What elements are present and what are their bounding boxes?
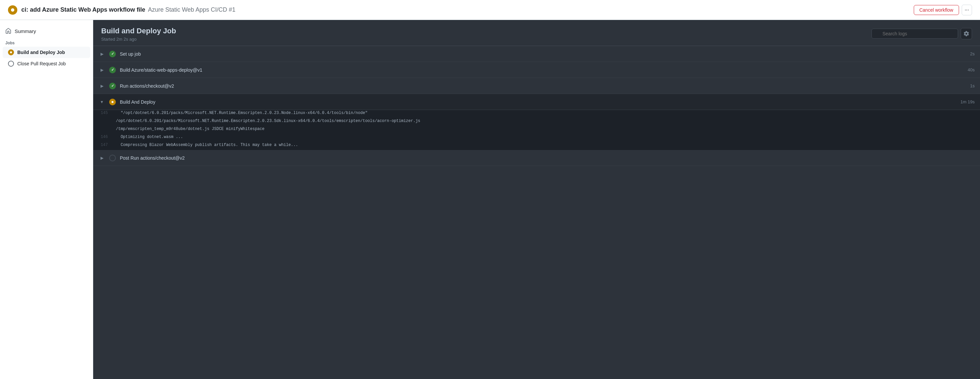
log-line: 145 "/opt/dotnet/6.0.201/packs/Microsoft… bbox=[93, 110, 980, 118]
main-layout: Summary Jobs Build and Deploy JobClose P… bbox=[0, 20, 980, 379]
log-line: /tmp/emscripten_temp_m9r48ube/dotnet.js … bbox=[93, 126, 980, 134]
job-header-actions: 🔍 bbox=[872, 28, 972, 39]
cancel-workflow-button[interactable]: Cancel workflow bbox=[914, 5, 959, 15]
job-panel-title: Build and Deploy Job bbox=[101, 27, 176, 35]
home-icon bbox=[5, 28, 11, 34]
step-running-icon bbox=[109, 99, 116, 106]
job-title-section: Build and Deploy Job Started 2m 2s ago bbox=[101, 27, 176, 42]
main-content-panel: Build and Deploy Job Started 2m 2s ago 🔍… bbox=[93, 20, 980, 379]
step-success-icon bbox=[109, 83, 116, 90]
sidebar: Summary Jobs Build and Deploy JobClose P… bbox=[0, 20, 93, 379]
workflow-status-icon bbox=[8, 5, 18, 15]
step-row-run-checkout[interactable]: ▶Run actions/checkout@v21s bbox=[93, 78, 980, 94]
log-line-number: 147 bbox=[93, 143, 113, 147]
more-options-button[interactable]: ··· bbox=[962, 5, 972, 15]
log-line-text: Compressing Blazor WebAssembly publish a… bbox=[113, 143, 975, 147]
step-row-build-azure-static[interactable]: ▶Build Azure/static-web-apps-deploy@v140… bbox=[93, 62, 980, 78]
search-logs-wrapper: 🔍 bbox=[872, 29, 958, 39]
job-panel-started: Started 2m 2s ago bbox=[101, 37, 176, 42]
step-success-icon bbox=[109, 67, 116, 74]
step-success-icon bbox=[109, 51, 116, 58]
jobs-section-label: Jobs bbox=[0, 37, 93, 47]
sidebar-summary-link[interactable]: Summary bbox=[0, 26, 93, 37]
summary-label: Summary bbox=[14, 28, 36, 34]
search-logs-input[interactable] bbox=[872, 29, 958, 39]
step-duration: 40s bbox=[968, 67, 975, 72]
log-line-number: 146 bbox=[93, 135, 113, 139]
step-name: Run actions/checkout@v2 bbox=[120, 83, 966, 89]
workflow-subtitle: Azure Static Web Apps CI/CD #1 bbox=[148, 6, 235, 13]
job-running-icon bbox=[8, 50, 14, 55]
step-name: Set up job bbox=[120, 51, 966, 57]
log-line-text: "/opt/dotnet/6.0.201/packs/Microsoft.NET… bbox=[113, 111, 975, 115]
step-duration: 1m 19s bbox=[960, 99, 975, 104]
settings-button[interactable] bbox=[961, 28, 972, 39]
steps-list: ▶Set up job2s▶Build Azure/static-web-app… bbox=[93, 46, 980, 379]
log-line-text: Optimizing dotnet.wasm ... bbox=[113, 135, 975, 139]
chevron-icon: ▼ bbox=[99, 99, 105, 106]
step-duration: 2s bbox=[970, 51, 975, 56]
log-line-text: /tmp/emscripten_temp_m9r48ube/dotnet.js … bbox=[113, 127, 975, 131]
step-name: Build Azure/static-web-apps-deploy@v1 bbox=[120, 67, 964, 73]
log-section-build-and-deploy: 145 "/opt/dotnet/6.0.201/packs/Microsoft… bbox=[93, 110, 980, 150]
sidebar-job-label: Close Pull Request Job bbox=[18, 61, 66, 66]
log-line-number: 145 bbox=[93, 111, 113, 115]
chevron-icon: ▶ bbox=[99, 155, 105, 162]
sidebar-job-item-build-deploy-job[interactable]: Build and Deploy Job bbox=[3, 47, 90, 58]
step-row-set-up-job[interactable]: ▶Set up job2s bbox=[93, 46, 980, 62]
step-duration: 1s bbox=[970, 83, 975, 88]
chevron-icon: ▶ bbox=[99, 83, 105, 90]
workflow-title: ci: add Azure Static Web Apps workflow f… bbox=[21, 6, 145, 13]
step-row-post-run-checkout[interactable]: ▶Post Run actions/checkout@v2 bbox=[93, 150, 980, 166]
log-line: 146 Optimizing dotnet.wasm ... bbox=[93, 134, 980, 142]
sidebar-job-label: Build and Deploy Job bbox=[18, 50, 65, 55]
top-header: ci: add Azure Static Web Apps workflow f… bbox=[0, 0, 980, 20]
step-name: Build And Deploy bbox=[120, 99, 956, 105]
sidebar-jobs-list: Build and Deploy JobClose Pull Request J… bbox=[0, 47, 93, 69]
log-line: 147 Compressing Blazor WebAssembly publi… bbox=[93, 142, 980, 150]
step-name: Post Run actions/checkout@v2 bbox=[120, 155, 975, 161]
log-line: /opt/dotnet/6.0.201/packs/Microsoft.NET.… bbox=[93, 118, 980, 126]
job-pending-icon bbox=[8, 61, 14, 67]
job-header: Build and Deploy Job Started 2m 2s ago 🔍 bbox=[93, 20, 980, 46]
step-row-build-and-deploy[interactable]: ▼Build And Deploy1m 19s bbox=[93, 94, 980, 110]
chevron-icon: ▶ bbox=[99, 67, 105, 74]
chevron-icon: ▶ bbox=[99, 51, 105, 58]
step-pending-icon bbox=[109, 155, 116, 162]
sidebar-job-item-close-pr-job[interactable]: Close Pull Request Job bbox=[3, 58, 90, 69]
log-line-text: /opt/dotnet/6.0.201/packs/Microsoft.NET.… bbox=[113, 119, 975, 123]
header-actions: Cancel workflow ··· bbox=[914, 5, 972, 15]
